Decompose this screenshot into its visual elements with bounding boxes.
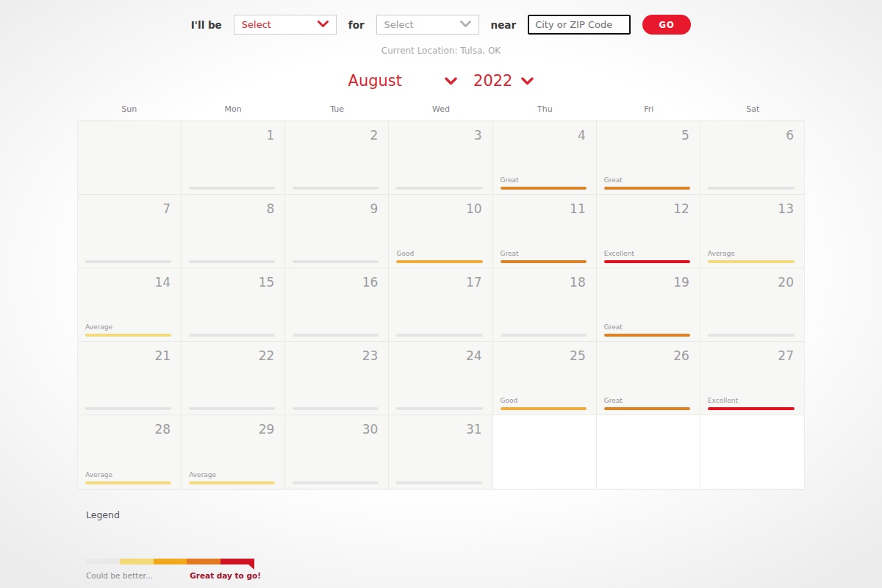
calendar-day-cell: 1 [182,121,285,195]
calendar-day-cell: 9 [285,195,389,268]
calendar-day-cell: 10Good [389,195,492,268]
rating-label: Great [604,323,623,331]
day-number: 22 [259,348,275,363]
empty-bar [708,187,795,190]
rating-bar [85,481,171,484]
rating-label: Great [604,176,623,184]
empty-bar [189,407,275,410]
type-select[interactable]: Select [376,15,479,35]
calendar-day-cell: 7 [78,195,182,268]
empty-bar [293,260,379,263]
for-label: for [348,19,365,31]
day-number: 29 [259,422,275,437]
rating-label: Average [708,250,735,257]
empty-bar [501,334,587,337]
day-number: 1 [266,128,274,143]
rating-bar [501,187,587,190]
rating-label: Good [396,250,414,257]
calendar-day-cell: 26Great [597,342,700,415]
calendar-day-cell: 2 [285,121,389,195]
activity-select[interactable]: Select [234,15,337,35]
day-number: 10 [466,201,482,216]
rating-bar [708,407,795,410]
calendar-day-cell: 14Average [78,268,182,342]
empty-bar [293,334,379,337]
calendar-day-cell [78,121,182,195]
rating-label: Excellent [708,397,738,404]
rating-label: Average [189,471,216,478]
legend-segment [86,559,120,564]
chevron-down-icon [460,19,471,30]
dow-label: Mon [181,104,284,114]
near-label: near [491,19,517,31]
day-number: 20 [778,275,794,290]
calendar-day-cell: 23 [285,342,389,415]
calendar-day-cell: 13Average [700,195,804,268]
calendar-day-cell: 24 [389,342,492,415]
location-input[interactable] [528,15,631,35]
rating-bar [604,260,690,263]
day-number: 2 [370,128,379,143]
day-number: 18 [570,275,586,290]
query-bar: I'll be Select for Select near GO [77,0,805,35]
day-number: 16 [362,275,379,290]
ill-be-label: I'll be [191,19,222,31]
empty-bar [293,481,379,484]
type-select-value: Select [384,19,414,30]
rating-bar [604,187,690,190]
calendar-day-cell: 17 [389,268,492,342]
calendar-day-cell: 3 [389,121,492,195]
year-label: 2022 [473,72,512,90]
empty-bar [85,260,171,263]
dow-label: Sun [77,104,181,114]
day-number: 11 [570,201,586,216]
day-number: 31 [466,422,482,437]
day-number: 14 [155,275,171,290]
calendar-day-cell [700,415,804,489]
legend-arrow-icon [248,564,254,570]
rating-bar [501,407,587,410]
month-dropdown[interactable]: August [348,72,458,90]
rating-label: Great [501,176,519,184]
day-number: 5 [681,128,689,143]
empty-bar [293,187,379,190]
day-number: 7 [162,201,171,216]
day-number: 8 [266,201,274,216]
legend: Legend Could be better... Great day to g… [86,509,805,580]
calendar-grid: 1234Great5Great678910Good11Great12Excell… [77,121,805,490]
dow-label: Thu [493,104,597,114]
day-number: 30 [362,422,379,437]
rating-label: Great [604,397,623,404]
go-button[interactable]: GO [642,15,691,35]
calendar-day-cell [493,415,597,489]
day-number: 27 [778,348,794,363]
day-number: 4 [578,128,586,143]
dow-label: Tue [285,104,389,114]
rating-bar [189,481,275,484]
legend-segment [220,559,254,564]
rating-label: Average [85,471,112,478]
empty-bar [396,334,482,337]
empty-bar [189,187,275,190]
legend-bar [86,559,254,564]
calendar-day-cell: 21 [78,342,182,415]
chevron-down-icon [318,19,329,30]
calendar-day-cell: 25Good [493,342,597,415]
legend-segment [187,559,220,564]
page: I'll be Select for Select near GO Curren… [77,0,805,580]
day-of-week-header-row: Sun Mon Tue Wed Thu Fri Sat [77,104,805,121]
calendar-day-cell: 19Great [597,268,700,342]
calendar-day-cell: 15 [182,268,285,342]
legend-right-label: Great day to go! [190,571,261,580]
chevron-down-icon [521,74,534,88]
year-dropdown[interactable]: 2022 [457,72,534,90]
calendar-day-cell: 16 [285,268,389,342]
rating-bar [501,260,587,263]
day-number: 12 [673,201,689,216]
legend-segment [154,559,187,564]
day-number: 25 [570,348,586,363]
rating-bar [85,334,171,337]
empty-bar [85,407,171,410]
calendar-day-cell: 31 [389,415,492,489]
day-number: 3 [474,128,482,143]
